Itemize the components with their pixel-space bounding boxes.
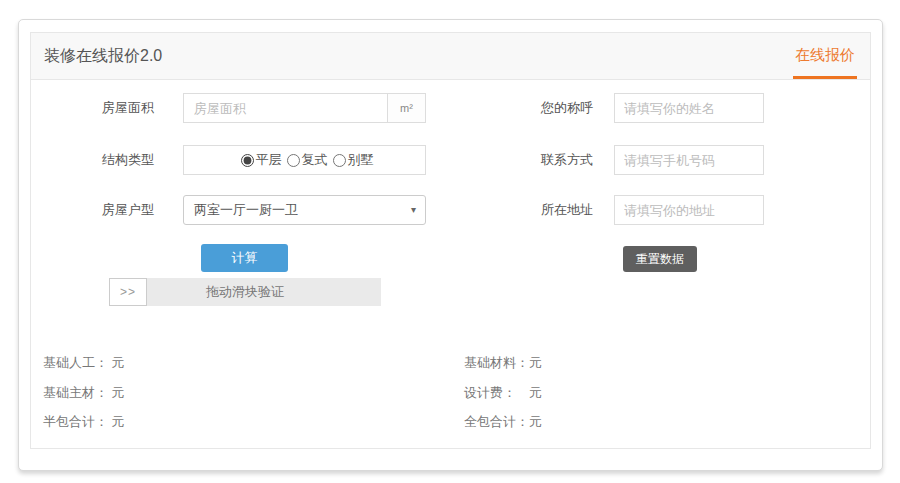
structure-radio-group: 平层 复式 别墅 [183,145,426,175]
area-input[interactable] [184,94,387,122]
area-input-group: m² [183,93,426,123]
page: 装修在线报价2.0 在线报价 房屋面积 m² 您的称呼 结构类型 平层 复 [0,0,900,483]
area-unit: m² [387,94,425,122]
result-basic-main-material: 基础主材： 元 [43,384,125,402]
result-basic-material: 基础材料：元 [464,354,542,372]
double-chevron-right-icon: >> [120,285,136,299]
name-input[interactable] [614,93,764,123]
result-full-package-total: 全包合计：元 [464,413,542,431]
house-type-select[interactable]: 两室一厅一厨一卫 ▾ [183,195,426,225]
slider-captcha-text: 拖动滑块验证 [109,278,381,306]
page-title: 装修在线报价2.0 [31,33,162,79]
structure-option-label: 别墅 [348,151,374,169]
radio-villa[interactable] [333,154,346,167]
quote-panel: 装修在线报价2.0 在线报价 房屋面积 m² 您的称呼 结构类型 平层 复 [30,32,871,449]
structure-option-duplex[interactable]: 复式 [282,151,328,169]
radio-duplex[interactable] [287,154,300,167]
structure-option-villa[interactable]: 别墅 [328,151,374,169]
slider-captcha: 拖动滑块验证 >> [109,278,381,306]
structure-option-label: 平层 [256,151,282,169]
caret-down-icon: ▾ [411,205,416,215]
slider-handle[interactable]: >> [109,278,147,306]
calculate-button[interactable]: 计算 [201,244,288,272]
contact-input[interactable] [614,145,764,175]
quote-card: 装修在线报价2.0 在线报价 房屋面积 m² 您的称呼 结构类型 平层 复 [18,19,883,471]
structure-label: 结构类型 [31,145,154,175]
house-type-value: 两室一厅一厨一卫 [194,201,298,219]
result-half-package-total: 半包合计： 元 [43,413,125,431]
contact-label: 联系方式 [470,145,593,175]
address-label: 所在地址 [470,195,593,225]
name-label: 您的称呼 [470,93,593,123]
result-basic-labor: 基础人工： 元 [43,354,125,372]
panel-header: 装修在线报价2.0 在线报价 [31,33,870,80]
reset-data-button[interactable]: 重置数据 [623,246,697,272]
radio-flat[interactable] [241,154,254,167]
house-type-label: 房屋户型 [31,195,154,225]
result-design-fee: 设计费： 元 [464,384,542,402]
area-label: 房屋面积 [31,93,154,123]
tab-online-quote[interactable]: 在线报价 [793,33,857,79]
address-input[interactable] [614,195,764,225]
structure-option-label: 复式 [302,151,328,169]
structure-option-flat[interactable]: 平层 [236,151,282,169]
